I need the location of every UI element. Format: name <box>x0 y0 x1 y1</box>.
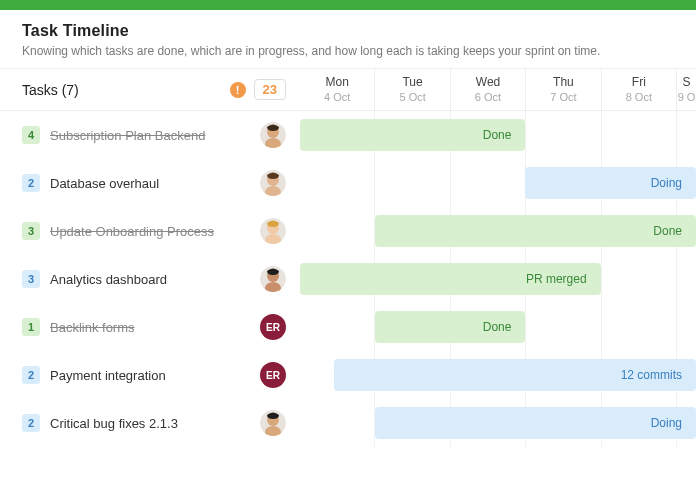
task-name: Critical bug fixes 2.1.3 <box>50 416 178 431</box>
task-row-timeline: Doing <box>300 159 696 207</box>
day-column: S9 O <box>676 69 696 110</box>
day-date: 5 Oct <box>375 91 449 103</box>
task-name: Analytics dashboard <box>50 272 167 287</box>
days-header: Mon4 OctTue5 OctWed6 OctThu7 OctFri8 Oct… <box>300 69 696 110</box>
day-column: Mon4 Oct <box>300 69 374 110</box>
assignee-avatar[interactable] <box>260 170 286 196</box>
task-row-left: 2Database overhaul <box>0 170 300 196</box>
task-bar[interactable]: Done <box>300 119 525 151</box>
task-row[interactable]: 3Update Onboarding ProcessDone <box>0 207 696 255</box>
task-name: Payment integration <box>50 368 166 383</box>
grid-header: Tasks (7) ! 23 Mon4 OctTue5 OctWed6 OctT… <box>0 68 696 111</box>
day-column: Thu7 Oct <box>525 69 600 110</box>
warning-icon[interactable]: ! <box>230 82 246 98</box>
task-bar[interactable]: Doing <box>525 167 696 199</box>
assignee-avatar[interactable] <box>260 122 286 148</box>
day-date: 7 Oct <box>526 91 600 103</box>
task-row-timeline: 12 commits <box>300 351 696 399</box>
task-name: Update Onboarding Process <box>50 224 214 239</box>
timeline-body: 4Subscription Plan BackendDone2Database … <box>0 111 696 447</box>
day-date: 9 O <box>677 91 696 103</box>
day-date: 6 Oct <box>451 91 525 103</box>
task-row-timeline: Done <box>300 303 696 351</box>
task-row-left: 4Subscription Plan Backend <box>0 122 300 148</box>
task-badge: 1 <box>22 318 40 336</box>
task-row-left: 2Critical bug fixes 2.1.3 <box>0 410 300 436</box>
assignee-avatar[interactable] <box>260 266 286 292</box>
task-row[interactable]: 2Critical bug fixes 2.1.3Doing <box>0 399 696 447</box>
task-row-timeline: Done <box>300 111 696 159</box>
day-name: S <box>677 75 696 89</box>
day-name: Fri <box>602 75 676 89</box>
task-badge: 4 <box>22 126 40 144</box>
assignee-avatar[interactable]: ER <box>260 362 286 388</box>
tasks-column-header: Tasks (7) ! 23 <box>0 69 300 110</box>
task-row-left: 1Backlink formsER <box>0 314 300 340</box>
task-badge: 3 <box>22 222 40 240</box>
task-row[interactable]: 4Subscription Plan BackendDone <box>0 111 696 159</box>
day-column: Wed6 Oct <box>450 69 525 110</box>
day-date: 4 Oct <box>300 91 374 103</box>
task-row-left: 3Update Onboarding Process <box>0 218 300 244</box>
day-column: Tue5 Oct <box>374 69 449 110</box>
top-accent-bar <box>0 0 696 10</box>
task-row-timeline: PR merged <box>300 255 696 303</box>
assignee-avatar[interactable] <box>260 410 286 436</box>
task-badge: 2 <box>22 174 40 192</box>
task-bar-label: Doing <box>651 176 682 190</box>
task-bar[interactable]: 12 commits <box>334 359 696 391</box>
task-bar[interactable]: Done <box>375 215 696 247</box>
task-bar-label: Done <box>483 128 512 142</box>
page-subtitle: Knowing which tasks are done, which are … <box>22 44 674 58</box>
task-bar[interactable]: Done <box>375 311 525 343</box>
task-row[interactable]: 3Analytics dashboardPR merged <box>0 255 696 303</box>
task-row-left: 2Payment integrationER <box>0 362 300 388</box>
task-name: Subscription Plan Backend <box>50 128 205 143</box>
assignee-avatar[interactable]: ER <box>260 314 286 340</box>
task-bar-label: Doing <box>651 416 682 430</box>
task-row-timeline: Doing <box>300 399 696 447</box>
day-date: 8 Oct <box>602 91 676 103</box>
day-column: Fri8 Oct <box>601 69 676 110</box>
task-row[interactable]: 2Payment integrationER12 commits <box>0 351 696 399</box>
task-row[interactable]: 2Database overhaulDoing <box>0 159 696 207</box>
task-bar-label: PR merged <box>526 272 587 286</box>
task-badge: 3 <box>22 270 40 288</box>
assignee-avatar[interactable] <box>260 218 286 244</box>
task-bar[interactable]: PR merged <box>300 263 601 295</box>
task-row-timeline: Done <box>300 207 696 255</box>
page-title: Task Timeline <box>22 22 674 40</box>
task-name: Backlink forms <box>50 320 135 335</box>
task-bar-label: Done <box>483 320 512 334</box>
task-badge: 2 <box>22 414 40 432</box>
task-bar[interactable]: Doing <box>375 407 696 439</box>
task-bar-label: 12 commits <box>621 368 682 382</box>
task-name: Database overhaul <box>50 176 159 191</box>
task-row-left: 3Analytics dashboard <box>0 266 300 292</box>
day-name: Thu <box>526 75 600 89</box>
header: Task Timeline Knowing which tasks are do… <box>0 10 696 68</box>
day-name: Wed <box>451 75 525 89</box>
task-row[interactable]: 1Backlink formsERDone <box>0 303 696 351</box>
tasks-count-label: Tasks (7) <box>22 82 222 98</box>
task-badge: 2 <box>22 366 40 384</box>
task-bar-label: Done <box>653 224 682 238</box>
count-badge[interactable]: 23 <box>254 79 286 100</box>
day-name: Mon <box>300 75 374 89</box>
day-name: Tue <box>375 75 449 89</box>
